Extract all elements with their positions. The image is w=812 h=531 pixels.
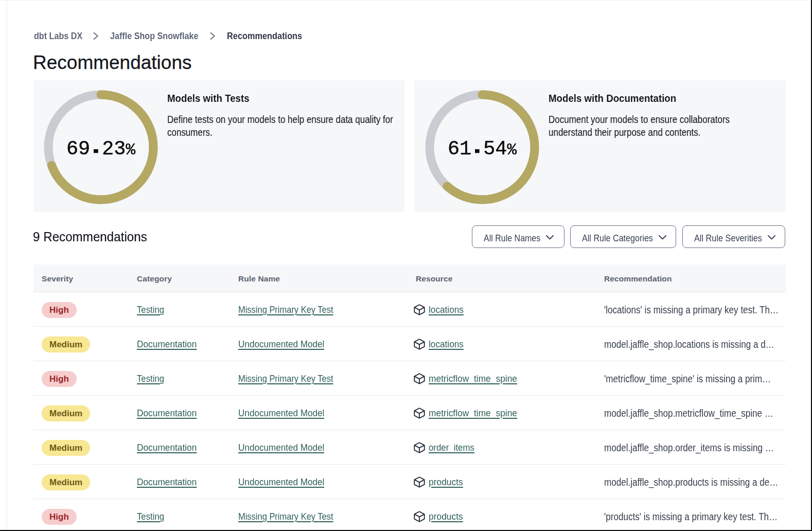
svg-text:61.54%: 61.54% [448,138,517,161]
svg-text:69.23%: 69.23% [66,138,136,161]
